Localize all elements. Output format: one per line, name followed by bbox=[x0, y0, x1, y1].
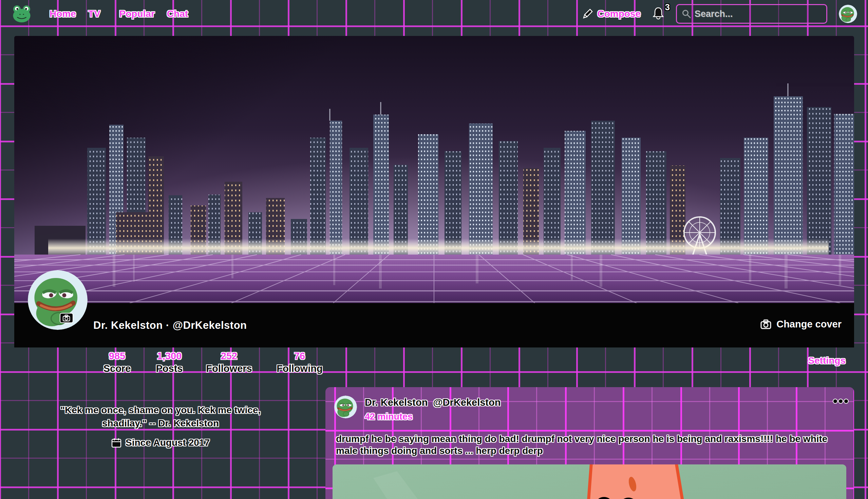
nav-link-tv[interactable]: TV bbox=[88, 9, 100, 19]
pencil-icon bbox=[582, 8, 593, 20]
stat-following[interactable]: 76 Following bbox=[273, 351, 327, 374]
frog-logo-icon[interactable] bbox=[11, 4, 33, 23]
stat-posts[interactable]: 1,300 Posts bbox=[142, 351, 197, 374]
post-header: Dr. Kekelston @DrKekelston 42 minutes bbox=[334, 395, 500, 422]
post-author-handle[interactable]: @DrKekelston bbox=[433, 397, 500, 408]
bell-icon bbox=[652, 7, 664, 20]
post-timestamp[interactable]: 42 minutes bbox=[365, 412, 500, 422]
post-embedded-image[interactable] bbox=[333, 464, 846, 499]
profile-bio: "Kek me once, shame on you. Kek me twice… bbox=[48, 403, 273, 430]
change-cover-label: Change cover bbox=[776, 319, 842, 330]
camera-icon bbox=[760, 319, 772, 329]
profile-bio-block: "Kek me once, shame on you. Kek me twice… bbox=[48, 403, 273, 448]
profile-cover: Dr. Kekelston · @DrKekelston Change cove… bbox=[14, 36, 854, 348]
cover-image[interactable] bbox=[14, 36, 854, 303]
user-avatar[interactable] bbox=[839, 5, 857, 23]
stat-score[interactable]: 985 Score bbox=[90, 351, 144, 374]
patrick-cartoon-image bbox=[333, 464, 846, 499]
stat-score-value: 985 bbox=[90, 351, 144, 362]
more-options-icon[interactable] bbox=[833, 399, 848, 403]
compose-label: Compose bbox=[597, 9, 641, 19]
stat-following-value: 76 bbox=[273, 351, 327, 362]
stat-followers[interactable]: 252 Followers bbox=[202, 351, 256, 374]
stat-following-label: Following bbox=[273, 363, 327, 374]
profile-info-bar: Dr. Kekelston · @DrKekelston Change cove… bbox=[14, 303, 854, 348]
stat-score-label: Score bbox=[90, 363, 144, 374]
nav-right-group: Compose 3 bbox=[582, 4, 857, 24]
joined-label: Since August 2017 bbox=[126, 437, 210, 448]
post-author-block: Dr. Kekelston @DrKekelston 42 minutes bbox=[365, 395, 500, 422]
notification-count-badge: 3 bbox=[665, 2, 670, 13]
post-card: Dr. Kekelston @DrKekelston 42 minutes dr… bbox=[325, 387, 854, 499]
stat-followers-value: 252 bbox=[202, 351, 256, 362]
profile-joined: Since August 2017 bbox=[48, 437, 273, 448]
profile-name-line: Dr. Kekelston · @DrKekelston bbox=[93, 319, 247, 331]
nav-link-popular[interactable]: Popular bbox=[119, 9, 155, 19]
top-navbar: Home TV Popular Chat Compose 3 bbox=[0, 0, 868, 28]
post-body-text: drumpf he be saying mean thing do bad! d… bbox=[336, 433, 838, 457]
change-cover-button[interactable]: Change cover bbox=[760, 319, 842, 330]
stat-posts-label: Posts bbox=[142, 363, 197, 374]
settings-link[interactable]: Settings bbox=[808, 355, 846, 366]
avatar-camera-button[interactable] bbox=[60, 313, 73, 323]
post-author-avatar[interactable] bbox=[334, 395, 357, 418]
camera-icon bbox=[62, 315, 71, 322]
profile-avatar[interactable] bbox=[28, 270, 87, 330]
stat-posts-value: 1,300 bbox=[142, 351, 197, 362]
calendar-icon bbox=[111, 438, 121, 448]
nav-left-group: Home TV Popular Chat bbox=[11, 4, 188, 23]
notifications-button[interactable]: 3 bbox=[652, 7, 664, 21]
post-author-line: Dr. Kekelston @DrKekelston bbox=[365, 397, 500, 408]
nav-link-home[interactable]: Home bbox=[49, 9, 76, 19]
compose-button[interactable]: Compose bbox=[582, 8, 641, 20]
search-input[interactable] bbox=[694, 9, 821, 19]
post-author-name[interactable]: Dr. Kekelston bbox=[365, 397, 428, 408]
search-icon bbox=[682, 9, 691, 19]
nav-link-chat[interactable]: Chat bbox=[167, 9, 188, 19]
stat-followers-label: Followers bbox=[202, 363, 256, 374]
search-box[interactable] bbox=[676, 4, 827, 24]
